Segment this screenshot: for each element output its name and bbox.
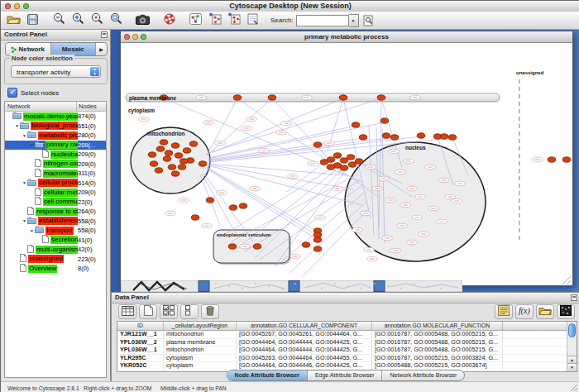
network-overview-button[interactable]: [186, 12, 205, 28]
tab-mosaic[interactable]: Mosaic: [51, 43, 97, 55]
scrollbar-thumb[interactable]: [568, 323, 576, 337]
zoom-selected-button[interactable]: [88, 12, 107, 28]
folder-icon: [27, 131, 36, 138]
tree-node-label: unassigned: [28, 255, 64, 263]
tab-overflow-button[interactable]: ▶: [96, 43, 107, 55]
graph-node-unhighlighted: [361, 211, 371, 216]
graph-node-unhighlighted: [276, 130, 287, 135]
network-canvas[interactable]: plasma membranecytoplasmmitochondrionnuc…: [121, 43, 572, 285]
tree-node-label: biological_process: [31, 122, 78, 130]
graph-node-highlighted: [333, 153, 342, 158]
network-tree-row[interactable]: ▼cellular process614(0): [5, 179, 106, 189]
graph-node-highlighted: [183, 148, 191, 153]
control-panel-header: Control Panel: [1, 30, 110, 41]
network-tree-row[interactable]: nitrogen compo209(0): [5, 160, 106, 170]
close-icon[interactable]: [124, 34, 130, 40]
table-row[interactable]: YPL036W__2plasma membrane[GO:0044464, GO…: [117, 339, 577, 347]
column-header[interactable]: ID: [117, 322, 164, 330]
column-header[interactable]: annotation.GO CELLULAR_COMPONENT: [237, 322, 372, 330]
network-window-titlebar[interactable]: primary metabolic process: [121, 31, 572, 43]
function-builder-button[interactable]: f(x): [515, 304, 534, 319]
search-go-button[interactable]: [359, 12, 378, 28]
annotation-page-button[interactable]: [243, 12, 262, 28]
network-tree-row[interactable]: multi-organism pro42(0): [5, 245, 106, 255]
table-row[interactable]: YLR295Ccytoplasm[GO:0045263, GO:0044464,…: [117, 355, 577, 363]
minimize-button[interactable]: [14, 3, 20, 9]
table-cell: [GO:0016787, GO:0005215, GO:0003824, G..…: [372, 355, 503, 362]
unselect-attributes-button[interactable]: [180, 304, 199, 319]
new-attribute-button[interactable]: [139, 304, 157, 319]
open-file-button[interactable]: [4, 12, 23, 28]
network-tree-row[interactable]: unassigned223(0): [5, 255, 106, 265]
column-header[interactable]: _cellularLayoutRegion: [164, 322, 237, 330]
zoom-button[interactable]: [23, 3, 29, 9]
open-attribute-file-button[interactable]: [536, 304, 554, 319]
svg-text:f(x): f(x): [519, 306, 531, 316]
help-lifering-button[interactable]: [160, 12, 179, 28]
graph-node-highlighted: [228, 244, 237, 249]
resize-grip-icon[interactable]: [570, 384, 578, 392]
network-from-selection-sel-edges-button[interactable]: [224, 12, 243, 28]
expand-arrow-icon[interactable]: ▼: [29, 228, 35, 233]
expand-arrow-icon[interactable]: ▼: [22, 180, 27, 185]
matrix-view-button[interactable]: [557, 304, 575, 319]
zoom-fit-button[interactable]: [107, 12, 126, 28]
graph-node-highlighted: [239, 203, 247, 208]
search-input[interactable]: [296, 15, 349, 26]
network-tree-row[interactable]: cell communicat22(0): [5, 198, 106, 208]
mdi-desktop[interactable]: primary metabolic process plasma membran…: [111, 30, 579, 292]
network-tree-row[interactable]: nucleobase-209(0): [5, 150, 106, 160]
maximize-icon[interactable]: [141, 34, 146, 40]
save-session-button[interactable]: [23, 12, 42, 28]
network-tree-row[interactable]: secretion41(0): [5, 236, 106, 246]
node-color-dropdown[interactable]: transporter activity ▲▼: [11, 65, 101, 78]
expand-arrow-icon[interactable]: ▼: [22, 133, 27, 138]
network-tree-row[interactable]: Overview8(0): [5, 264, 106, 274]
delete-attribute-button[interactable]: [201, 304, 219, 319]
minimize-icon[interactable]: [132, 34, 138, 40]
select-nodes-checkbox[interactable]: ✓: [7, 88, 17, 98]
table-row[interactable]: YPL036W__1mitochondrion[GO:0044464, GO:0…: [117, 347, 577, 355]
tree-node-label: Overview: [28, 265, 57, 273]
search-dropdown-arrow-icon[interactable]: ▼: [349, 14, 359, 27]
float-panel-icon[interactable]: [571, 294, 577, 301]
snapshot-camera-button[interactable]: [133, 12, 152, 28]
network-tree-row[interactable]: ▼transport558(0): [5, 226, 106, 236]
expand-arrow-icon[interactable]: ▼: [14, 123, 20, 128]
table-row[interactable]: YJR121W__1mitochondrion[GO:0045267, GO:0…: [117, 331, 577, 339]
graph-node-highlighted: [359, 135, 367, 140]
expand-arrow-icon[interactable]: ▼: [22, 218, 27, 223]
network-tree-row[interactable]: ▼primary metabo209(...: [5, 141, 106, 151]
graph-node-unhighlighted: [395, 170, 406, 174]
network-tree-row[interactable]: ▼biological_process651(0): [5, 122, 106, 131]
close-button[interactable]: [5, 3, 11, 9]
select-attributes-button[interactable]: [160, 304, 178, 319]
network-from-selection-all-edges-button[interactable]: [205, 12, 224, 28]
float-panel-icon[interactable]: [101, 31, 108, 38]
tab-node-attribute-browser[interactable]: Node Attribute Browser: [227, 370, 308, 380]
network-tree-row[interactable]: response to stimulu264(0): [5, 207, 106, 217]
graph-node-highlighted: [320, 160, 328, 165]
zoom-out-button[interactable]: [50, 12, 69, 28]
background-windows-strip[interactable]: [121, 280, 462, 292]
graph-node-highlighted: [313, 232, 322, 237]
graph-node-unhighlighted: [281, 121, 292, 126]
network-tree-row[interactable]: mosaic-demo-yeast874(0): [5, 112, 106, 122]
tab-network[interactable]: Network: [6, 43, 51, 55]
graph-node-highlighted: [302, 242, 310, 247]
expand-arrow-icon[interactable]: ▼: [29, 142, 35, 147]
network-tree-row[interactable]: ▼establishment of lo558(0): [5, 217, 106, 227]
tab-edge-attribute-browser[interactable]: Edge Attribute Browser: [308, 370, 383, 380]
attribute-browser-button[interactable]: [118, 304, 136, 319]
network-tree-row[interactable]: macromolecule311(0): [5, 169, 106, 179]
tab-network-attribute-browser[interactable]: Network Attribute Browser: [382, 370, 464, 380]
network-tree-row[interactable]: cellular metabo209(0): [5, 188, 106, 198]
table-scrollbar[interactable]: ▲▼: [567, 322, 577, 371]
graph-node-highlighted: [189, 141, 198, 146]
column-header[interactable]: annotation.GO MOLECULAR_FUNCTION: [372, 322, 503, 330]
import-attributes-button[interactable]: [495, 304, 513, 319]
tree-node-label: metabolic process: [38, 131, 78, 140]
network-graph[interactable]: plasma membranecytoplasmmitochondrionnuc…: [121, 43, 572, 285]
network-tree-row[interactable]: ▼metabolic process280(0): [5, 131, 106, 141]
zoom-in-button[interactable]: [69, 12, 88, 28]
